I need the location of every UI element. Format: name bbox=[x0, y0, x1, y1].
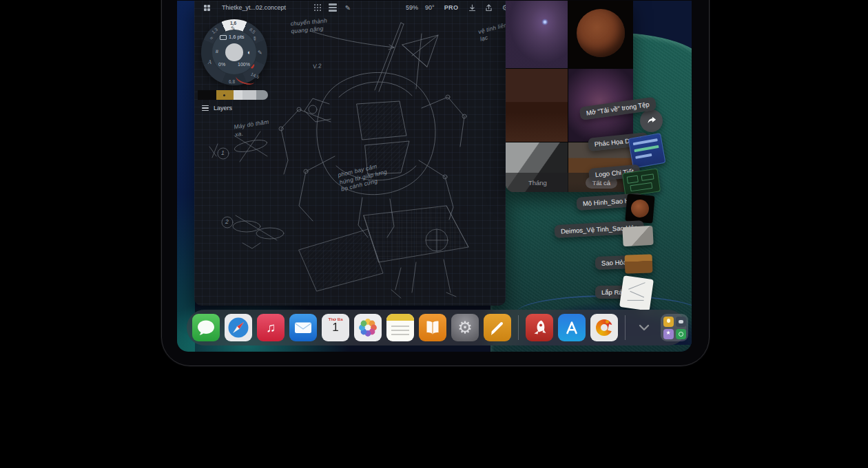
ipad-device-frame: chuyển thành quang năng vệ tinh liên lạc… bbox=[161, 0, 710, 366]
app-library-camera-icon bbox=[676, 317, 686, 327]
dock-sketch-pen-icon[interactable] bbox=[484, 314, 511, 341]
photos-app-window: Tháng Tất cả bbox=[506, 1, 633, 192]
rotation-angle[interactable]: 90° bbox=[425, 4, 435, 11]
color-bar-marker bbox=[223, 94, 225, 96]
layers-label: Layers bbox=[214, 105, 232, 111]
dock-rocket-app-icon[interactable] bbox=[526, 314, 553, 341]
black-color-swatch[interactable] bbox=[198, 90, 216, 100]
drag-thumb-decal[interactable] bbox=[628, 133, 666, 169]
drag-thumb-logo[interactable] bbox=[622, 169, 661, 197]
bottom-tool-size: 6,8 bbox=[229, 79, 235, 84]
dock-divider-2 bbox=[625, 315, 626, 340]
dock-divider bbox=[518, 315, 519, 340]
ruler-icon bbox=[220, 35, 227, 40]
brush-preview-dot[interactable] bbox=[225, 43, 243, 61]
opacity-contrast-icon[interactable]: ◐ bbox=[247, 49, 251, 56]
dock-settings-icon[interactable]: ⚙ bbox=[451, 314, 479, 341]
slice-tool-icon[interactable]: ✎ bbox=[258, 50, 262, 56]
concepts-toolbar: Thietke_yt...02.concept ✎ 59% 90° PRO ⚙ … bbox=[194, 1, 506, 14]
tab-months[interactable]: Tháng bbox=[521, 177, 554, 189]
photo-mars-globe[interactable] bbox=[568, 1, 633, 68]
zoom-level[interactable]: 59% bbox=[406, 4, 418, 11]
dock-concepts-icon[interactable] bbox=[590, 314, 618, 341]
stroke-size-value: 1,6 pts bbox=[229, 34, 245, 40]
layers-button[interactable]: Layers bbox=[202, 105, 232, 111]
tool-size-left: 1,3 bbox=[211, 27, 218, 34]
dock: ♫ Thứ Ba 1 ⚙ bbox=[187, 310, 686, 345]
dock-safari-icon[interactable] bbox=[225, 314, 252, 341]
dock-music-icon[interactable]: ♫ bbox=[257, 314, 285, 341]
photo-mars-landscape[interactable] bbox=[506, 69, 568, 142]
dock-app-library[interactable]: ★ bbox=[661, 314, 688, 341]
dock-app-store-icon[interactable] bbox=[558, 314, 586, 341]
hamburger-icon bbox=[202, 105, 209, 111]
drag-thumb-mars-surface[interactable] bbox=[625, 254, 653, 273]
text-tool-icon[interactable]: A bbox=[208, 59, 211, 65]
pro-badge[interactable]: PRO bbox=[444, 4, 459, 11]
dock-books-icon[interactable] bbox=[419, 314, 446, 341]
annotation-marker-1: 1 bbox=[221, 149, 225, 157]
export-share-icon[interactable] bbox=[483, 2, 494, 13]
calendar-day: 1 bbox=[322, 321, 349, 334]
ipad-screen: chuyển thành quang năng vệ tinh liên lạc… bbox=[177, 1, 692, 352]
document-title[interactable]: Thietke_yt...02.concept bbox=[222, 4, 286, 11]
annotation-version: V.2 bbox=[312, 62, 322, 70]
dock-calendar-icon[interactable]: Thứ Ba 1 bbox=[322, 314, 349, 341]
share-arrow-button[interactable] bbox=[640, 109, 663, 132]
drag-thumb-mars-globe[interactable] bbox=[625, 193, 654, 223]
dock-photos-icon[interactable] bbox=[354, 314, 382, 341]
concepts-app-window: chuyển thành quang năng vệ tinh liên lạc… bbox=[194, 1, 506, 306]
pressure-icon[interactable]: ≈ bbox=[214, 50, 220, 54]
share-arrow-icon bbox=[645, 114, 658, 127]
tool-wheel[interactable]: 1,6 ✎ 1,3 ≈ 8,5 ✎ ✎ A 14,5 6,8 1,6 pts ≈… bbox=[201, 19, 267, 85]
dock-notes-icon[interactable] bbox=[386, 314, 414, 341]
dock-messages-icon[interactable] bbox=[192, 314, 220, 341]
precision-grid-icon[interactable] bbox=[312, 2, 323, 13]
dock-chevron-down-icon[interactable] bbox=[632, 314, 656, 341]
layers-stack-icon[interactable] bbox=[327, 2, 338, 13]
photo-grid bbox=[506, 1, 633, 192]
drag-thumb-assembly[interactable] bbox=[619, 275, 654, 311]
wheel-inner-disc[interactable]: 1,6 pts ≈ ◐ 0% 100% bbox=[211, 30, 257, 75]
dock-mail-icon[interactable] bbox=[289, 314, 317, 341]
apps-grid-icon[interactable] bbox=[201, 2, 212, 13]
settings-gear-icon[interactable]: ⚙ bbox=[499, 2, 506, 13]
import-icon[interactable] bbox=[466, 2, 477, 13]
pen-nib-icon[interactable]: ✎ bbox=[342, 2, 353, 13]
annotation-marker-2: 2 bbox=[225, 218, 229, 226]
opacity-min-label: 0% bbox=[218, 62, 225, 67]
app-library-clock-icon bbox=[676, 329, 686, 339]
selected-tool-size: 1,6 bbox=[230, 21, 236, 25]
photo-nebula-horsehead[interactable] bbox=[506, 1, 568, 68]
app-library-lightbulb-icon bbox=[663, 317, 674, 327]
app-library-star-icon: ★ bbox=[663, 329, 674, 339]
drag-thumb-deimos[interactable] bbox=[622, 226, 653, 246]
tool-size-right: 8,5 bbox=[249, 27, 256, 34]
opacity-max-label: 100% bbox=[238, 62, 250, 67]
